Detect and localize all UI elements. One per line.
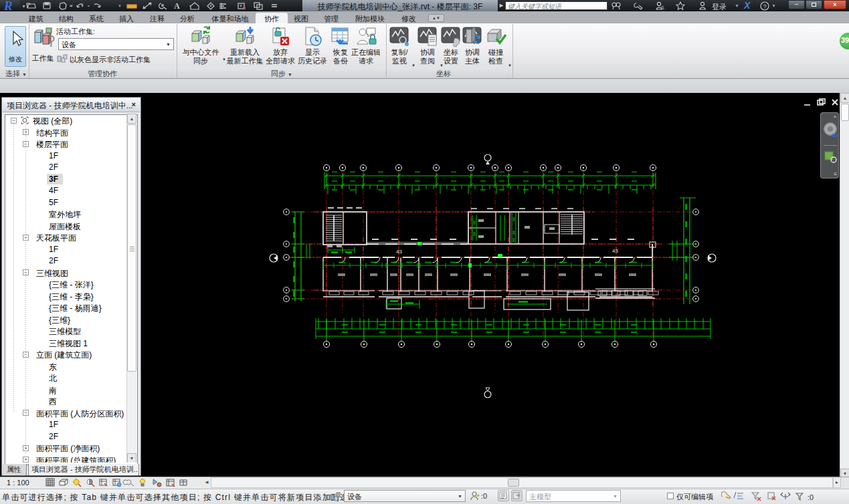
svg-text:43: 43 [396,249,402,255]
svg-text:R: R [3,0,13,11]
svg-text:A: A [174,1,180,11]
svg-text:2D: 2D [832,133,838,138]
svg-text:?: ? [763,3,767,10]
svg-text:43: 43 [612,248,618,254]
svg-text:S: S [661,5,664,10]
